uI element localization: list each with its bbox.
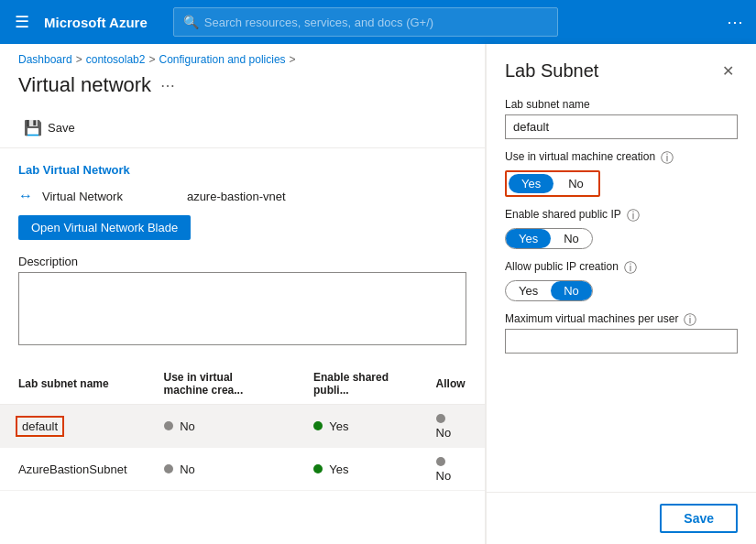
subnet-name-input[interactable] — [505, 114, 738, 139]
brand-label: Microsoft Azure — [44, 15, 148, 30]
page-more-icon[interactable]: ⋯ — [160, 77, 175, 94]
breadcrumb-lab[interactable]: contosolab2 — [86, 53, 146, 66]
allow-public-yes-button[interactable]: Yes — [506, 281, 551, 300]
breadcrumb-dashboard[interactable]: Dashboard — [18, 53, 72, 66]
topbar: ☰ Microsoft Azure 🔍 ⋯ — [0, 0, 756, 44]
col-header-name: Lab subnet name — [0, 364, 146, 405]
use-in-vm-info-icon[interactable]: ⓘ — [661, 150, 674, 167]
vm-creation-cell: No — [146, 405, 295, 448]
max-vms-input[interactable] — [505, 329, 738, 354]
enable-shared-no-button[interactable]: No — [551, 229, 592, 248]
use-in-vm-no-button[interactable]: No — [555, 174, 597, 193]
use-in-vm-toggle: Yes No — [505, 170, 600, 197]
allow-status-dot — [436, 457, 445, 466]
vnet-name-label: Virtual Network — [42, 190, 123, 203]
shared-ip-cell: Yes — [295, 448, 418, 491]
col-header-allow: Allow — [418, 364, 485, 405]
description-textarea[interactable] — [18, 272, 466, 345]
subnet-name-cell: default — [0, 405, 146, 448]
enable-shared-label: Enable shared public IP — [505, 208, 621, 221]
toolbar: 💾 Save — [0, 108, 485, 148]
description-label: Description — [0, 247, 485, 272]
use-in-vm-yes-button[interactable]: Yes — [509, 174, 553, 193]
right-panel: Lab Subnet ✕ Lab subnet name Use in virt… — [486, 44, 756, 544]
breadcrumb-config[interactable]: Configuration and policies — [159, 53, 285, 66]
allow-public-row: Allow public IP creation ⓘ — [505, 260, 738, 277]
right-panel-title: Lab Subnet — [505, 60, 598, 82]
enable-shared-info-icon[interactable]: ⓘ — [627, 208, 640, 224]
max-vms-row: Maximum virtual machines per user ⓘ — [505, 312, 738, 329]
search-icon: 🔍 — [183, 15, 199, 29]
col-header-vm: Use in virtual machine crea... — [146, 364, 295, 405]
vm-status-dot — [164, 421, 173, 430]
right-panel-body: Lab subnet name Use in virtual machine c… — [487, 91, 756, 492]
section-label: Lab Virtual Network — [0, 148, 485, 184]
search-box: 🔍 — [173, 7, 558, 37]
enable-shared-row: Enable shared public IP ⓘ — [505, 208, 738, 224]
vnet-icon: ↔ — [18, 188, 33, 204]
allow-public-toggle: Yes No — [505, 280, 593, 301]
vm-creation-cell: No — [146, 448, 295, 491]
use-in-vm-label: Use in virtual machine creation — [505, 150, 655, 163]
max-vms-label: Maximum virtual machines per user — [505, 312, 678, 325]
shared-status-dot — [313, 421, 323, 430]
page-title: Virtual network — [18, 73, 151, 97]
vnet-row: ↔ Virtual Network azure-bastion-vnet — [0, 184, 485, 208]
hamburger-icon[interactable]: ☰ — [11, 8, 33, 36]
right-panel-header: Lab Subnet ✕ — [487, 44, 756, 91]
page-title-row: Virtual network ⋯ — [0, 70, 485, 108]
col-header-shared: Enable shared publi... — [295, 364, 418, 405]
main-container: Dashboard > contosolab2 > Configuration … — [0, 44, 756, 544]
table-row[interactable]: default No Yes No — [0, 405, 485, 448]
save-label: Save — [48, 121, 75, 135]
allow-status-dot — [436, 414, 445, 423]
use-in-vm-row: Use in virtual machine creation ⓘ — [505, 150, 738, 167]
vnet-value: azure-bastion-vnet — [187, 190, 286, 203]
allow-public-label: Allow public IP creation — [505, 260, 619, 273]
save-panel-button[interactable]: Save — [660, 504, 738, 533]
shared-status-dot — [313, 464, 323, 473]
allow-public-info-icon[interactable]: ⓘ — [624, 260, 637, 277]
table-row[interactable]: AzureBastionSubnet No Yes No — [0, 448, 485, 491]
save-button[interactable]: 💾 Save — [18, 115, 81, 140]
allow-public-no-button[interactable]: No — [551, 281, 592, 300]
highlighted-subnet-name: default — [18, 419, 61, 434]
breadcrumb: Dashboard > contosolab2 > Configuration … — [0, 44, 485, 70]
max-vms-info-icon[interactable]: ⓘ — [684, 312, 696, 329]
shared-ip-cell: Yes — [295, 405, 418, 448]
save-icon: 💾 — [24, 119, 42, 136]
more-options-icon[interactable]: ⋯ — [727, 12, 745, 32]
vm-status-dot — [164, 464, 173, 473]
subnet-table: Lab subnet name Use in virtual machine c… — [0, 364, 485, 491]
subnet-name-field-label: Lab subnet name — [505, 98, 738, 111]
allow-cell: No — [418, 448, 485, 491]
right-panel-footer: Save — [487, 492, 756, 544]
open-blade-button[interactable]: Open Virtual Network Blade — [18, 215, 191, 240]
close-button[interactable]: ✕ — [718, 59, 738, 83]
left-panel: Dashboard > contosolab2 > Configuration … — [0, 44, 486, 544]
search-input[interactable] — [204, 16, 548, 29]
enable-shared-yes-button[interactable]: Yes — [506, 229, 551, 248]
allow-cell: No — [418, 405, 485, 448]
enable-shared-toggle: Yes No — [505, 228, 593, 249]
subnet-name-cell: AzureBastionSubnet — [0, 448, 146, 491]
